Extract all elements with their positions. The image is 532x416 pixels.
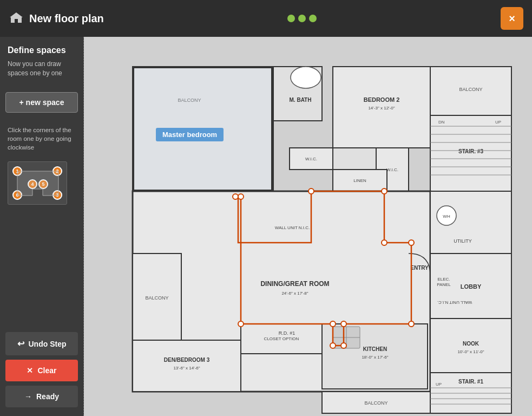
corner-lines <box>8 162 67 204</box>
define-spaces-title: Define spaces <box>8 46 76 55</box>
svg-text:UP: UP <box>436 382 442 387</box>
undo-button[interactable]: ↩ Undo Step <box>5 332 78 355</box>
svg-text:STAIR. #1: STAIR. #1 <box>458 379 483 385</box>
svg-text:LOBBY: LOBBY <box>461 283 482 290</box>
svg-text:DEN/BEDROOM 3: DEN/BEDROOM 3 <box>164 357 210 363</box>
dot-2 <box>298 15 306 22</box>
header-left: New floor plan <box>9 11 104 26</box>
app-header: New floor plan × <box>0 0 532 37</box>
svg-text:18'-0" x 17'-6": 18'-0" x 17'-6" <box>362 355 388 360</box>
svg-text:BALCONY: BALCONY <box>364 400 387 406</box>
svg-text:PANEL: PANEL <box>437 282 451 287</box>
floorplan-svg: .fp-wall { stroke: #333; stroke-width: 3… <box>84 37 532 416</box>
point-1 <box>233 194 238 199</box>
svg-text:13'-6" x 14'-6": 13'-6" x 14'-6" <box>173 366 200 370</box>
svg-point-42 <box>291 67 321 88</box>
svg-text:BALCONY: BALCONY <box>459 87 482 92</box>
undo-icon: ↩ <box>17 339 24 349</box>
corner-diagram: 1 2 3 4 5 6 <box>8 161 67 205</box>
point-9 <box>330 343 336 348</box>
clear-icon: ✕ <box>27 366 33 375</box>
header-dots <box>287 15 317 22</box>
point-12 <box>238 194 244 199</box>
svg-text:24'-6" x 17'-8": 24'-6" x 17'-8" <box>281 291 308 296</box>
svg-rect-83 <box>133 67 272 191</box>
clear-button[interactable]: ✕ Clear <box>5 360 78 381</box>
point-7 <box>341 321 346 327</box>
dot-1 <box>287 15 295 22</box>
svg-text:KITCHEN: KITCHEN <box>363 346 387 352</box>
floorplan-area[interactable]: Master bedroom .fp-wall { stroke: #333; … <box>84 37 532 416</box>
svg-text:M. BATH: M. BATH <box>290 97 312 103</box>
point-5 <box>409 240 414 245</box>
main-layout: Define spaces Now you can draw spaces on… <box>0 37 532 416</box>
svg-text:14'-3" x 12'-0": 14'-3" x 12'-0" <box>368 106 395 110</box>
point-11 <box>238 321 244 327</box>
point-8 <box>341 343 346 348</box>
ready-label: Ready <box>36 392 59 401</box>
svg-text:LINEN: LINEN <box>353 178 366 183</box>
clear-label: Clear <box>37 366 56 375</box>
sidebar-buttons: ↩ Undo Step ✕ Clear → Ready <box>0 328 83 412</box>
point-4 <box>382 240 387 245</box>
svg-text:WH: WH <box>443 214 450 219</box>
point-10 <box>330 321 336 327</box>
app-title: New floor plan <box>29 12 104 25</box>
define-spaces-desc: Now you can draw spaces one by one <box>8 60 76 78</box>
new-space-button[interactable]: + new space <box>5 92 78 113</box>
undo-label: Undo Step <box>29 340 67 348</box>
svg-text:DINING/GREAT ROOM: DINING/GREAT ROOM <box>260 280 329 288</box>
svg-text:NOOK: NOOK <box>463 341 480 347</box>
svg-text:BEDROOM 2: BEDROOM 2 <box>364 96 400 103</box>
sidebar-top: Define spaces Now you can draw spaces on… <box>0 37 83 84</box>
point-2 <box>308 188 314 194</box>
floorplan-canvas: Master bedroom .fp-wall { stroke: #333; … <box>84 37 532 416</box>
svg-text:DN: DN <box>438 120 445 125</box>
svg-text:CLOSET OPTION: CLOSET OPTION <box>264 336 299 341</box>
svg-text:W.I.C.: W.I.C. <box>386 167 398 172</box>
dot-3 <box>309 15 317 22</box>
point-3 <box>382 188 387 194</box>
sidebar-spacer <box>0 209 83 328</box>
point-6 <box>409 321 414 327</box>
svg-text:ENTRY: ENTRY <box>410 265 429 271</box>
svg-text:WALL UNIT N.I.C.: WALL UNIT N.I.C. <box>437 300 472 305</box>
svg-text:WALL UNIT N.I.C.: WALL UNIT N.I.C. <box>275 225 310 230</box>
ready-button[interactable]: → Ready <box>5 386 78 407</box>
svg-text:STAIR. #3: STAIR. #3 <box>458 148 483 154</box>
svg-text:BALCONY: BALCONY <box>145 295 168 301</box>
svg-text:R.D. #1: R.D. #1 <box>279 330 295 336</box>
svg-text:UP: UP <box>495 120 501 125</box>
home-icon <box>9 11 24 26</box>
ready-icon: → <box>24 392 32 401</box>
sidebar: Define spaces Now you can draw spaces on… <box>0 37 84 416</box>
svg-text:UTILITY: UTILITY <box>454 238 472 244</box>
click-instructions: Click the corners of the room one by one… <box>0 120 83 157</box>
svg-text:10'-0" x 11'-0": 10'-0" x 11'-0" <box>457 349 484 354</box>
svg-text:ELEC.: ELEC. <box>437 277 450 282</box>
close-button[interactable]: × <box>501 7 523 30</box>
svg-text:W.I.C.: W.I.C. <box>305 157 317 161</box>
